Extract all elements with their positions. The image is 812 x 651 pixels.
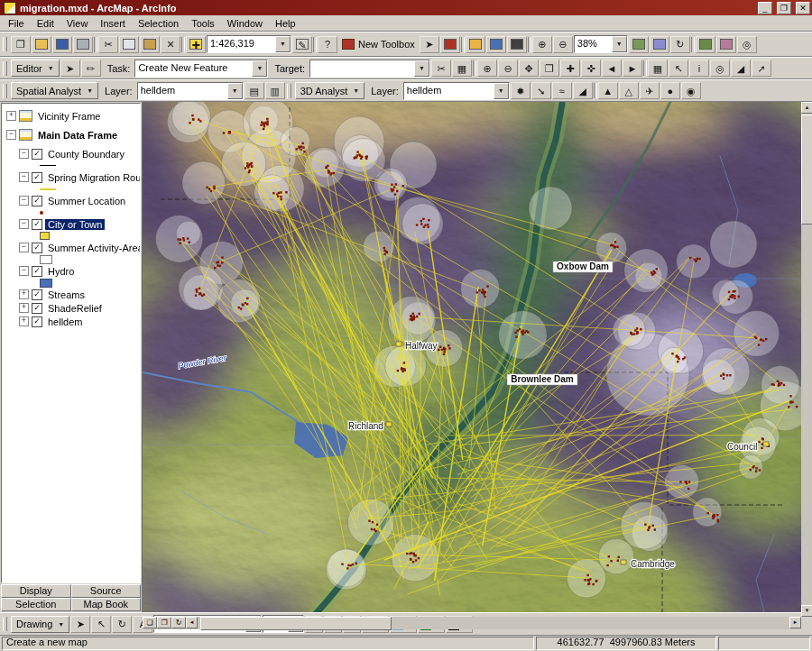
dropdown-arrow-icon[interactable]: ▼ [494, 83, 509, 99]
dropdown-arrow-icon[interactable]: ▼ [275, 36, 291, 52]
expander-icon[interactable]: − [19, 243, 29, 252]
fly-tool[interactable]: ✈ [640, 82, 660, 99]
arcscene-button[interactable]: ● [660, 82, 680, 99]
layer-visibility-checkbox[interactable]: ✓ [32, 266, 42, 277]
toc-item-main-data-frame[interactable]: − Main Data Frame [4, 128, 140, 142]
toolbar-grip[interactable] [3, 617, 7, 631]
print-button[interactable] [73, 36, 93, 53]
zoom-whole-page-button[interactable]: ⊕ [532, 36, 552, 53]
command-line-button[interactable] [507, 36, 527, 53]
separator[interactable] [643, 60, 647, 76]
map-scale-combo[interactable]: 1:426,319 ▼ [207, 35, 291, 53]
layer-summer-activity-area[interactable]: − ✓ Summer Activity-Area [16, 241, 140, 254]
menu-item[interactable]: File [2, 17, 31, 30]
whats-this-button[interactable]: ? [318, 36, 337, 53]
sun-shading-button[interactable]: ✹ [511, 82, 531, 99]
layer-visibility-checkbox[interactable]: ✓ [32, 289, 42, 300]
arctoolbox-button[interactable] [440, 36, 460, 53]
fixed-zoom-out-button[interactable]: ✜ [581, 60, 601, 77]
overview-window-button[interactable] [716, 36, 736, 53]
steepest-path-button[interactable]: ➘ [531, 82, 551, 99]
new-map-button[interactable]: ❒ [11, 36, 31, 53]
scroll-down-button[interactable]: ▼ [801, 605, 812, 617]
layer-visibility-checkbox[interactable]: ✓ [32, 219, 42, 230]
refresh-view-button[interactable]: ↻ [670, 36, 690, 53]
hyperlink-tool[interactable]: ➚ [752, 60, 771, 77]
menu-item[interactable]: Help [269, 17, 302, 30]
line-of-sight-button[interactable]: ◢ [573, 82, 593, 99]
spatial-layer-combo[interactable]: helldem ▼ [137, 82, 244, 100]
expander-icon[interactable]: + [19, 289, 29, 299]
layer-streams[interactable]: + ✓ Streams [16, 288, 140, 301]
fixed-zoom-in-button[interactable]: ✚ [560, 60, 580, 77]
dropdown-arrow-icon[interactable]: ▼ [227, 83, 243, 99]
3d-layer-combo[interactable]: helldem ▼ [403, 82, 510, 100]
menu-item[interactable]: Tools [185, 17, 221, 30]
layer-county-boundary[interactable]: − ✓ County Boundary [16, 147, 140, 160]
horizontal-scroll-thumb[interactable] [200, 617, 392, 630]
launch-button[interactable]: ➤ [420, 36, 439, 53]
toolbar-grip[interactable] [3, 61, 7, 76]
expander-icon[interactable]: + [19, 316, 29, 326]
toolbar-grip[interactable] [3, 84, 7, 98]
add-data-button[interactable]: ✚ [186, 36, 206, 53]
scroll-up-button[interactable]: ▲ [801, 102, 812, 114]
editor-toolbar-toggle[interactable]: ✎ [292, 36, 312, 53]
expander-icon[interactable]: − [19, 219, 29, 229]
arccatalog-button[interactable] [466, 36, 485, 53]
toc-item-vicinity-frame[interactable]: + Vicinity Frame [4, 109, 140, 123]
save-button[interactable] [52, 36, 72, 53]
layer-helldem[interactable]: + ✓ helldem [16, 315, 140, 328]
expander-icon[interactable]: − [19, 149, 29, 159]
select-elements-button[interactable]: ↖ [91, 616, 111, 633]
pan-tool[interactable]: ✥ [519, 60, 539, 77]
select-elements-tool[interactable]: ↖ [669, 60, 688, 77]
contour-button[interactable]: ≈ [552, 82, 572, 99]
dropdown-arrow-icon[interactable]: ▼ [252, 60, 267, 77]
cut-button[interactable]: ✂ [98, 36, 118, 53]
separator[interactable] [313, 37, 317, 52]
draw-shape-dropdown[interactable]: ➤ [70, 616, 90, 633]
split-tool[interactable]: ✂ [431, 60, 451, 77]
separator[interactable] [461, 37, 465, 52]
layer-city-or-town[interactable]: − ✓ City or Town [16, 217, 140, 231]
expander-icon[interactable]: + [6, 111, 16, 121]
maximize-button[interactable]: ❐ [777, 2, 791, 14]
layer-visibility-checkbox[interactable]: ✓ [32, 303, 42, 314]
menu-item[interactable]: Edit [31, 17, 60, 30]
rotate-button[interactable]: ↻ [112, 616, 132, 633]
tab-map-book[interactable]: Map Book [71, 598, 142, 611]
toolbar-grip[interactable] [3, 37, 7, 51]
separator[interactable] [594, 83, 597, 98]
interpolate-button[interactable]: △ [619, 82, 639, 99]
scroll-left-button[interactable]: ◄ [186, 617, 198, 628]
menu-item[interactable]: View [60, 17, 95, 30]
map-vertical-scrollbar[interactable]: ▲ ▼ [801, 102, 812, 617]
full-extent-button[interactable]: ❒ [540, 60, 559, 77]
refresh-button[interactable]: ↻ [171, 617, 186, 628]
layer-shaderelief[interactable]: + ✓ ShadeRelief [16, 301, 140, 315]
tab-display[interactable]: Display [1, 584, 71, 598]
layer-visibility-checkbox[interactable]: ✓ [32, 243, 42, 253]
layer-visibility-checkbox[interactable]: ✓ [32, 316, 42, 327]
layout-templates-button[interactable] [650, 36, 669, 53]
copy-button[interactable] [119, 36, 139, 53]
layer-visibility-checkbox[interactable]: ✓ [32, 196, 42, 206]
layer-list-button[interactable]: ▤ [245, 82, 264, 99]
go-back-extent-button[interactable]: ◄ [602, 60, 622, 77]
layer-summer-location[interactable]: − ✓ Summer Location [16, 194, 140, 207]
map-view[interactable]: Oxbow Dam Brownlee Dam Halfway Richland [143, 102, 801, 617]
layer-hydro[interactable]: − ✓ Hydro [16, 264, 140, 278]
expander-icon[interactable]: + [19, 303, 29, 313]
separator[interactable] [691, 37, 695, 52]
toolbar-grip[interactable] [287, 84, 291, 98]
zoom-100-button[interactable]: ⊖ [553, 36, 573, 53]
histogram-button[interactable]: ▥ [265, 82, 285, 99]
separator[interactable] [473, 60, 476, 76]
target-combo[interactable]: ▼ [309, 60, 430, 78]
model-builder-button[interactable] [486, 36, 506, 53]
expander-icon[interactable]: − [6, 130, 16, 140]
menu-item[interactable]: Insert [94, 17, 132, 30]
separator[interactable] [181, 37, 185, 52]
drawing-menu-button[interactable]: Drawing ▼ [11, 616, 69, 633]
